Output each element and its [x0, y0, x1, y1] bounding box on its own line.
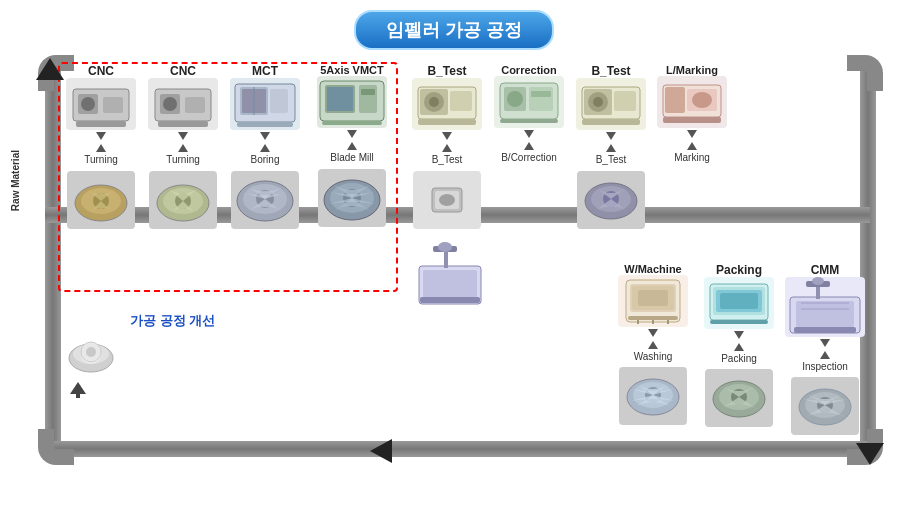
cnc2-arrow: [178, 132, 188, 140]
process-washing: W/Machine Washing: [610, 263, 696, 435]
cnc1-machine: [66, 78, 136, 130]
top-process-row: CNC Turning: [60, 64, 732, 229]
btest1-label-top: B_Test: [427, 64, 466, 78]
svg-rect-20: [237, 122, 293, 127]
cnc1-label-bottom: Turning: [84, 154, 118, 165]
cmm-part: [791, 377, 859, 435]
washing-arrow: [648, 329, 658, 337]
cnc2-machine: [148, 78, 218, 130]
packing-part: [705, 369, 773, 427]
arrow-down-icon: [856, 443, 884, 465]
svg-rect-19: [270, 89, 288, 113]
main-container: 임펠러 가공 공정 Raw Material CNC: [0, 0, 908, 525]
cmm-arrow2: [820, 351, 830, 359]
process-mct: MCT Boring: [224, 64, 306, 229]
cnc1-arrow: [96, 132, 106, 140]
btest1-part: [413, 171, 481, 229]
svg-rect-29: [361, 89, 375, 95]
btest2-part: [577, 171, 645, 229]
svg-rect-74: [628, 316, 678, 320]
raw-material-label: Raw Material: [10, 150, 21, 211]
packing-label-bottom: Packing: [721, 353, 757, 364]
5axis-part: [318, 169, 386, 227]
svg-point-67: [86, 347, 96, 357]
raw-material-connector: [68, 380, 88, 404]
process-cnc1: CNC Turning: [60, 64, 142, 229]
svg-rect-27: [327, 87, 353, 111]
btest2-label-top: B_Test: [591, 64, 630, 78]
bottom-process-row: W/Machine Washing: [610, 263, 868, 435]
marking-label-top: L/Marking: [666, 64, 718, 76]
svg-point-52: [593, 97, 603, 107]
svg-rect-84: [720, 293, 758, 309]
svg-point-93: [812, 277, 824, 285]
belt-track-bottom: [45, 441, 870, 457]
packing-arrow: [734, 331, 744, 339]
svg-rect-85: [710, 320, 768, 324]
washing-part: [619, 367, 687, 425]
cnc2-label-top: CNC: [170, 64, 196, 78]
inspection-area: [415, 241, 485, 311]
process-packing: Packing Packing: [696, 263, 782, 435]
svg-point-104: [438, 242, 452, 252]
svg-rect-101: [423, 270, 477, 298]
btest2-arrow2: [606, 144, 616, 152]
packing-label-top: Packing: [716, 263, 762, 277]
svg-rect-3: [103, 97, 123, 113]
cmm-arrow: [820, 339, 830, 347]
marking-label-bottom: Marking: [674, 152, 710, 163]
svg-rect-4: [76, 121, 126, 127]
belt-corner-bl: [38, 429, 74, 465]
svg-rect-105: [420, 297, 480, 303]
cmm-machine: [785, 277, 865, 337]
5axis-arrow2: [347, 142, 357, 150]
improvement-label: 가공 공정 개선: [130, 312, 215, 330]
btest2-machine: [576, 78, 646, 130]
packing-arrow2: [734, 343, 744, 351]
svg-point-2: [81, 97, 95, 111]
process-5axis: 5Axis VMCT Blade Mill: [306, 64, 398, 229]
svg-rect-39: [418, 119, 476, 125]
mct-part: [231, 171, 299, 229]
arrow-left-icon: [370, 439, 392, 463]
marking-arrow: [687, 130, 697, 138]
belt-corner-tr: [847, 55, 883, 91]
gap1: [398, 64, 406, 229]
process-btest2: B_Test B_Test: [570, 64, 652, 229]
mct-arrow2: [260, 144, 270, 152]
svg-rect-38: [450, 91, 472, 111]
cnc2-arrow2: [178, 144, 188, 152]
5axis-label-bottom: Blade Mill: [330, 152, 373, 163]
btest1-arrow2: [442, 144, 452, 152]
mct-label-top: MCT: [252, 64, 278, 78]
svg-rect-30: [322, 121, 382, 125]
svg-rect-73: [638, 290, 668, 306]
washing-arrow2: [648, 341, 658, 349]
svg-rect-69: [76, 394, 80, 398]
cnc1-arrow2: [96, 144, 106, 152]
cnc1-label-top: CNC: [88, 64, 114, 78]
svg-point-10: [163, 97, 177, 111]
cmm-label-top: CMM: [811, 263, 840, 277]
svg-point-61: [692, 92, 712, 108]
correction-label-bottom: B/Correction: [501, 152, 557, 163]
5axis-label-top: 5Axis VMCT: [320, 64, 384, 76]
svg-rect-94: [794, 327, 856, 333]
cnc2-label-bottom: Turning: [166, 154, 200, 165]
btest2-arrow: [606, 132, 616, 140]
page-title: 임펠러 가공 공정: [386, 20, 522, 40]
marking-machine: [657, 76, 727, 128]
mct-machine: [230, 78, 300, 130]
svg-rect-48: [500, 119, 558, 123]
process-cmm: CMM Inspection: [782, 263, 868, 435]
btest1-machine: [412, 78, 482, 130]
svg-rect-90: [796, 301, 854, 327]
svg-rect-62: [663, 117, 721, 123]
svg-rect-12: [158, 121, 208, 127]
svg-rect-53: [614, 91, 636, 111]
process-correction: Correction B/Correction: [488, 64, 570, 229]
btest1-label-bottom: B_Test: [432, 154, 463, 165]
raw-material-part: [62, 330, 120, 382]
correction-label-top: Correction: [501, 64, 557, 76]
svg-point-37: [429, 97, 439, 107]
